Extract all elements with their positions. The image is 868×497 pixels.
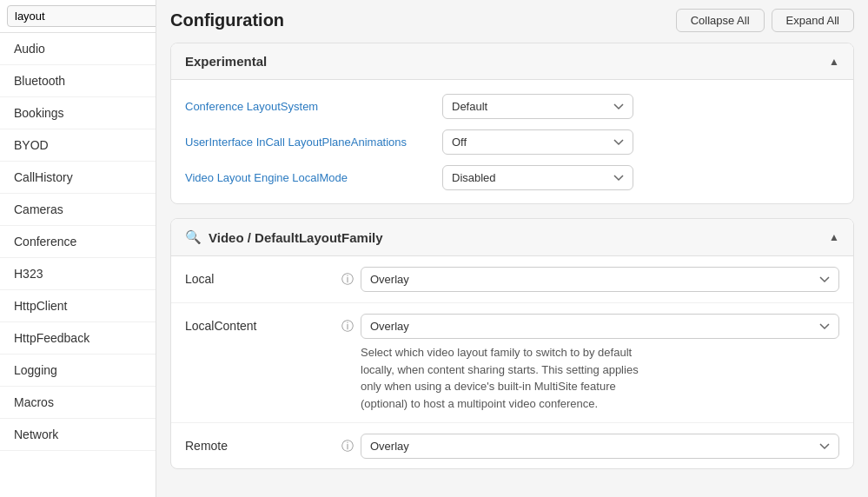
experimental-title: Experimental xyxy=(185,54,267,69)
sidebar-item-conference[interactable]: Conference xyxy=(0,226,156,258)
search-bar: × xyxy=(0,0,156,33)
config-select-1[interactable]: OffOn xyxy=(442,129,633,155)
header-actions: Collapse All Expand All xyxy=(676,9,854,32)
video-select-2[interactable]: OverlayEqualProminentZoom xyxy=(361,434,839,459)
experimental-card: Experimental ▲ Conference LayoutSystemDe… xyxy=(170,43,854,204)
search-input[interactable] xyxy=(7,5,156,27)
video-card-header[interactable]: 🔍 Video / DefaultLayoutFamily ▲ xyxy=(171,219,853,256)
video-row-description-1: Select which video layout family to swit… xyxy=(361,344,656,412)
video-collapse-icon: ▲ xyxy=(829,231,839,243)
expand-all-button[interactable]: Expand All xyxy=(772,9,854,32)
collapse-all-button[interactable]: Collapse All xyxy=(676,9,765,32)
video-row-2: RemoteⓘOverlayEqualProminentZoom xyxy=(171,423,853,469)
config-label-1[interactable]: UserInterface InCall LayoutPlaneAnimatio… xyxy=(185,136,428,149)
video-row-info-icon-2[interactable]: ⓘ xyxy=(341,439,354,454)
video-row-1: LocalContentⓘOverlayEqualProminentZoomSe… xyxy=(171,303,853,423)
video-row-content-0: OverlayEqualProminentZoom xyxy=(361,267,839,292)
sidebar-item-h323[interactable]: H323 xyxy=(0,258,156,290)
config-select-0[interactable]: DefaultCustom xyxy=(442,94,633,119)
sidebar-item-cameras[interactable]: Cameras xyxy=(0,194,156,226)
experimental-card-header[interactable]: Experimental ▲ xyxy=(171,43,853,80)
experimental-card-body: Conference LayoutSystemDefaultCustomUser… xyxy=(171,80,853,204)
sidebar-item-bluetooth[interactable]: Bluetooth xyxy=(0,65,156,97)
video-select-1[interactable]: OverlayEqualProminentZoom xyxy=(361,314,839,339)
sidebar-item-network[interactable]: Network xyxy=(0,419,156,451)
sidebar-item-byod[interactable]: BYOD xyxy=(0,129,156,162)
video-row-info-icon-1[interactable]: ⓘ xyxy=(341,319,354,335)
video-row-info-icon-0[interactable]: ⓘ xyxy=(341,272,354,288)
video-row-content-1: OverlayEqualProminentZoomSelect which vi… xyxy=(361,314,839,412)
page-title: Configuration xyxy=(170,10,284,30)
experimental-rows: Conference LayoutSystemDefaultCustomUser… xyxy=(185,94,839,190)
main-content: Configuration Collapse All Expand All Ex… xyxy=(156,0,868,497)
video-row-content-2: OverlayEqualProminentZoom xyxy=(361,434,839,459)
sidebar-items: AudioBluetoothBookingsBYODCallHistoryCam… xyxy=(0,33,156,451)
video-search-icon: 🔍 xyxy=(185,229,202,245)
config-label-2[interactable]: Video Layout Engine LocalMode xyxy=(185,171,428,184)
experimental-row-2: Video Layout Engine LocalModeDisabledEna… xyxy=(185,165,839,190)
experimental-row-0: Conference LayoutSystemDefaultCustom xyxy=(185,94,839,119)
video-rows: LocalⓘOverlayEqualProminentZoomLocalCont… xyxy=(171,256,853,469)
video-card-body: LocalⓘOverlayEqualProminentZoomLocalCont… xyxy=(171,256,853,469)
video-title: 🔍 Video / DefaultLayoutFamily xyxy=(185,229,383,245)
video-row-label-0: Local xyxy=(185,267,341,286)
video-row-label-2: Remote xyxy=(185,434,341,453)
sidebar-item-callhistory[interactable]: CallHistory xyxy=(0,162,156,194)
sidebar-item-httpfeedback[interactable]: HttpFeedback xyxy=(0,322,156,355)
video-row-0: LocalⓘOverlayEqualProminentZoom xyxy=(171,256,853,303)
sidebar-item-macros[interactable]: Macros xyxy=(0,387,156,419)
video-row-label-1: LocalContent xyxy=(185,314,341,333)
sidebar-item-logging[interactable]: Logging xyxy=(0,355,156,387)
experimental-collapse-icon: ▲ xyxy=(829,56,839,68)
sidebar-item-bookings[interactable]: Bookings xyxy=(0,97,156,129)
config-select-2[interactable]: DisabledEnabled xyxy=(442,165,633,190)
experimental-row-1: UserInterface InCall LayoutPlaneAnimatio… xyxy=(185,129,839,155)
sidebar-item-httpclient[interactable]: HttpClient xyxy=(0,290,156,322)
video-select-0[interactable]: OverlayEqualProminentZoom xyxy=(361,267,839,292)
video-card: 🔍 Video / DefaultLayoutFamily ▲ LocalⓘOv… xyxy=(170,218,854,469)
sidebar: × AudioBluetoothBookingsBYODCallHistoryC… xyxy=(0,0,156,497)
sidebar-item-audio[interactable]: Audio xyxy=(0,33,156,65)
page-header: Configuration Collapse All Expand All xyxy=(170,0,854,43)
config-label-0[interactable]: Conference LayoutSystem xyxy=(185,100,428,113)
